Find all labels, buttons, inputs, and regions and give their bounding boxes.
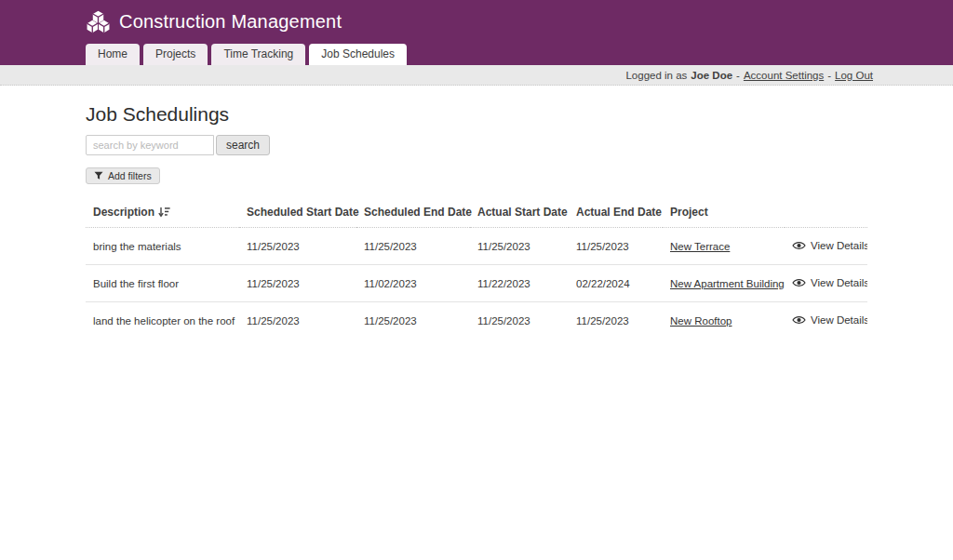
cell-actual-start: 11/22/2023 xyxy=(470,265,569,302)
cell-actual-end: 02/22/2024 xyxy=(569,265,663,302)
cell-scheduled-start: 11/25/2023 xyxy=(239,228,356,265)
column-header-description[interactable]: Description xyxy=(86,198,239,228)
brand[interactable]: Construction Management xyxy=(86,0,953,44)
column-header-project: Project xyxy=(663,198,785,228)
column-header-scheduled-start: Scheduled Start Date xyxy=(239,198,356,228)
cell-description: Build the first floor xyxy=(86,265,239,302)
logout-link[interactable]: Log Out xyxy=(835,70,873,81)
search-bar: search xyxy=(86,135,867,155)
cell-action: View Details xyxy=(785,302,867,340)
table-row: Build the first floor 11/25/2023 11/02/2… xyxy=(86,265,867,302)
table-row: bring the materials 11/25/2023 11/25/202… xyxy=(86,228,867,265)
cell-actual-end: 11/25/2023 xyxy=(569,302,663,340)
cell-project: New Terrace xyxy=(663,228,785,265)
column-header-actual-end: Actual End Date xyxy=(569,198,663,228)
filter-funnel-icon xyxy=(94,171,103,180)
eye-icon xyxy=(792,241,806,250)
view-details-label: View Details xyxy=(811,240,867,251)
cell-action: View Details xyxy=(785,265,867,302)
add-filters-label: Add filters xyxy=(108,170,152,181)
sort-icon[interactable] xyxy=(158,207,170,218)
search-button[interactable]: search xyxy=(216,135,270,155)
job-schedulings-table: Description Scheduled Start Date Schedul… xyxy=(86,198,867,339)
view-details-label: View Details xyxy=(811,314,867,326)
cell-scheduled-start: 11/25/2023 xyxy=(239,265,356,302)
tab-projects[interactable]: Projects xyxy=(143,44,208,65)
project-link[interactable]: New Rooftop xyxy=(670,315,732,327)
main-content: Job Schedulings search Add filters Descr… xyxy=(86,103,867,339)
view-details-link[interactable]: View Details xyxy=(792,314,867,326)
column-header-action xyxy=(785,198,867,228)
separator: - xyxy=(736,70,740,81)
cell-description: land the helicopter on the roof xyxy=(86,302,239,340)
cell-description: bring the materials xyxy=(86,228,239,265)
username: Joe Doe xyxy=(691,70,732,81)
separator: - xyxy=(827,70,831,81)
view-details-link[interactable]: View Details xyxy=(792,240,867,251)
cell-actual-start: 11/25/2023 xyxy=(470,228,569,265)
column-header-actual-start: Actual Start Date xyxy=(470,198,569,228)
view-details-label: View Details xyxy=(811,277,867,288)
nav-tabs: Home Projects Time Tracking Job Schedule… xyxy=(86,44,953,65)
column-header-scheduled-end: Scheduled End Date xyxy=(356,198,470,228)
page-title: Job Schedulings xyxy=(86,103,867,126)
eye-icon xyxy=(792,278,806,287)
view-details-link[interactable]: View Details xyxy=(792,277,867,288)
search-input[interactable] xyxy=(86,135,214,155)
cell-project: New Rooftop xyxy=(663,302,785,340)
cell-scheduled-end: 11/25/2023 xyxy=(356,302,470,340)
cell-scheduled-start: 11/25/2023 xyxy=(239,302,356,340)
account-settings-link[interactable]: Account Settings xyxy=(744,70,824,81)
app-title: Construction Management xyxy=(119,11,342,33)
cubes-icon xyxy=(86,10,111,33)
eye-icon xyxy=(792,315,806,325)
tab-time-tracking[interactable]: Time Tracking xyxy=(211,44,305,65)
cell-action: View Details xyxy=(785,228,867,265)
table-row: land the helicopter on the roof 11/25/20… xyxy=(86,302,867,340)
cell-actual-start: 11/25/2023 xyxy=(470,302,569,340)
add-filters-button[interactable]: Add filters xyxy=(86,167,160,184)
table-header-row: Description Scheduled Start Date Schedul… xyxy=(86,198,867,228)
cell-project: New Apartment Building xyxy=(663,265,785,302)
user-bar: Logged in as Joe Doe - Account Settings … xyxy=(0,65,953,86)
tab-job-schedules[interactable]: Job Schedules xyxy=(309,44,407,65)
cell-actual-end: 11/25/2023 xyxy=(569,228,663,265)
table-body: bring the materials 11/25/2023 11/25/202… xyxy=(86,228,867,340)
app-header: Construction Management Home Projects Ti… xyxy=(0,0,953,65)
project-link[interactable]: New Terrace xyxy=(670,241,730,252)
cell-scheduled-end: 11/02/2023 xyxy=(356,265,470,302)
tab-home[interactable]: Home xyxy=(86,44,140,65)
logged-in-text: Logged in as xyxy=(625,70,687,81)
cell-scheduled-end: 11/25/2023 xyxy=(356,228,470,265)
project-link[interactable]: New Apartment Building xyxy=(670,278,785,289)
